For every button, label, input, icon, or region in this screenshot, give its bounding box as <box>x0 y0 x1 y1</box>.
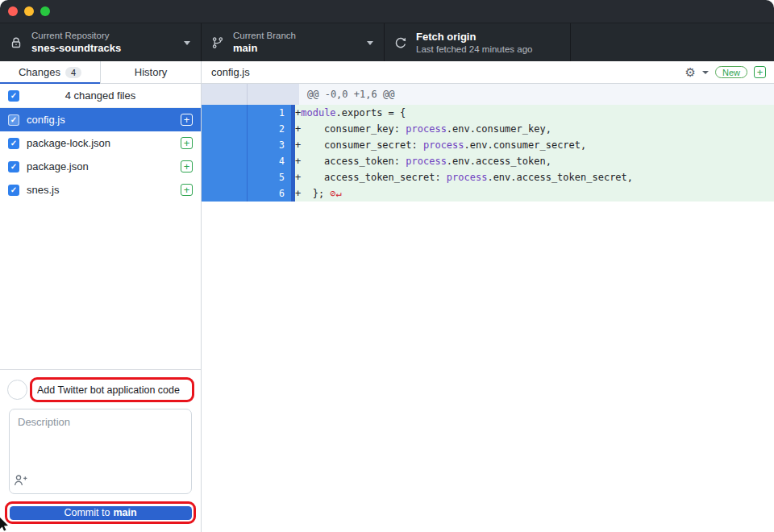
mouse-cursor <box>0 517 10 532</box>
repository-label: Current Repository <box>31 31 121 40</box>
commit-summary-input[interactable] <box>32 384 192 396</box>
diff-line[interactable]: 6+ }; ⊘↵ <box>202 185 774 202</box>
file-name: config.js <box>27 114 181 126</box>
file-checkbox[interactable] <box>8 161 19 172</box>
branch-label: Current Branch <box>233 31 296 40</box>
diff-line-number: 4 <box>248 153 291 169</box>
diff-line[interactable]: 1+module.exports = { <box>202 105 774 121</box>
git-branch-icon <box>211 36 224 49</box>
file-name: package.json <box>27 160 181 172</box>
add-coauthor-icon[interactable] <box>14 474 27 489</box>
diff-code-text: + consumer_secret: process.env.consumer_… <box>295 137 774 153</box>
title-bar <box>0 0 774 23</box>
diff-header: config.js New <box>202 61 774 84</box>
diff-line[interactable]: 4+ access_token: process.env.access_toke… <box>202 153 774 169</box>
diff-line[interactable]: 5+ access_token_secret: process.env.acce… <box>202 169 774 185</box>
diff-code-text: + consumer_key: process.env.consumer_key… <box>295 121 774 137</box>
diff-line-gutter[interactable]: 6 <box>202 185 295 202</box>
diff-line-gutter[interactable]: 5 <box>202 169 295 185</box>
commit-panel-divider <box>0 369 201 370</box>
chevron-down-icon[interactable] <box>702 71 709 74</box>
diff-code-text: + access_token_secret: process.env.acces… <box>295 169 774 185</box>
tab-history[interactable]: History <box>101 61 201 83</box>
diff-code-text: + access_token: process.env.access_token… <box>295 153 774 169</box>
fetch-subtitle: Last fetched 24 minutes ago <box>416 44 533 54</box>
tab-changes[interactable]: Changes 4 <box>0 61 101 83</box>
diff-line-gutter[interactable]: 1 <box>202 105 295 121</box>
current-branch-dropdown[interactable]: Current Branch main <box>202 23 385 61</box>
diff-line-gutter[interactable]: 3 <box>202 137 295 153</box>
diff-hunk-gutter <box>202 84 299 105</box>
diff-line-number: 6 <box>248 185 291 202</box>
chevron-down-icon <box>367 41 373 45</box>
file-checkbox[interactable] <box>8 138 19 149</box>
file-add-icon[interactable] <box>181 137 193 149</box>
expand-diff-icon[interactable] <box>754 66 766 78</box>
diff-line-number: 5 <box>248 169 291 185</box>
fetch-origin-button[interactable]: Fetch origin Last fetched 24 minutes ago <box>385 23 571 61</box>
diff-line-number: 3 <box>248 137 291 153</box>
file-name: snes.js <box>27 184 181 196</box>
repository-name: snes-soundtracks <box>31 42 121 54</box>
diff-code-text: +module.exports = { <box>295 105 774 121</box>
tab-history-label: History <box>135 66 167 78</box>
gear-icon[interactable] <box>685 66 696 78</box>
diff-lines: 1+module.exports = {2+ consumer_key: pro… <box>202 105 774 202</box>
github-desktop-window: Current Repository snes-soundtracks Curr… <box>0 0 774 532</box>
diff-hunk-header: @@ -0,0 +1,6 @@ <box>202 84 774 105</box>
diff-pane: config.js New @@ -0,0 +1,6 @@ 1+module.e… <box>202 61 774 532</box>
commit-description-input[interactable] <box>9 409 192 494</box>
changed-files-summary-row: 4 changed files <box>0 84 201 108</box>
zoom-button[interactable] <box>40 6 50 16</box>
close-button[interactable] <box>8 6 18 16</box>
changes-count-badge: 4 <box>65 67 81 78</box>
new-file-badge: New <box>715 66 747 78</box>
sidebar-tabs: Changes 4 History <box>0 61 201 84</box>
diff-line-number: 1 <box>248 105 291 121</box>
commit-to-main-button[interactable]: Commit to main <box>10 506 192 520</box>
commit-button-annotation-highlight: Commit to main <box>5 501 196 524</box>
diff-code-text: + }; ⊘↵ <box>295 185 774 202</box>
tab-changes-label: Changes <box>19 66 60 78</box>
diff-line-number: 2 <box>248 121 291 137</box>
file-row[interactable]: package-lock.json <box>0 131 201 155</box>
file-name: package-lock.json <box>27 137 181 149</box>
file-checkbox[interactable] <box>8 185 19 196</box>
changes-sidebar: Changes 4 History 4 changed files config… <box>0 61 202 532</box>
changed-files-count: 4 changed files <box>0 89 201 102</box>
current-repository-dropdown[interactable]: Current Repository snes-soundtracks <box>0 23 202 61</box>
file-checkbox[interactable] <box>8 114 19 126</box>
sync-icon <box>394 36 407 49</box>
diff-file-name: config.js <box>211 66 250 78</box>
branch-name: main <box>233 42 296 54</box>
fetch-title: Fetch origin <box>416 31 533 43</box>
lock-icon <box>10 36 23 49</box>
file-row[interactable]: snes.js <box>0 178 201 202</box>
diff-line[interactable]: 3+ consumer_secret: process.env.consumer… <box>202 137 774 153</box>
minimize-button[interactable] <box>24 6 34 16</box>
chevron-down-icon <box>184 41 190 45</box>
file-add-icon[interactable] <box>181 160 193 172</box>
diff-hunk-text: @@ -0,0 +1,6 @@ <box>299 84 774 105</box>
file-row[interactable]: package.json <box>0 155 201 178</box>
file-add-icon[interactable] <box>181 184 193 196</box>
summary-annotation-highlight <box>30 377 194 402</box>
diff-line[interactable]: 2+ consumer_key: process.env.consumer_ke… <box>202 121 774 137</box>
select-all-checkbox[interactable] <box>8 90 19 102</box>
commit-button-branch: main <box>113 507 136 518</box>
file-list: config.jspackage-lock.jsonpackage.jsonsn… <box>0 108 201 202</box>
diff-line-gutter[interactable]: 2 <box>202 121 295 137</box>
commit-button-label: Commit to <box>64 507 110 518</box>
toolbar: Current Repository snes-soundtracks Curr… <box>0 23 774 61</box>
diff-line-gutter[interactable]: 4 <box>202 153 295 169</box>
file-row[interactable]: config.js <box>0 108 201 131</box>
file-add-icon[interactable] <box>181 114 193 126</box>
avatar <box>7 380 27 400</box>
